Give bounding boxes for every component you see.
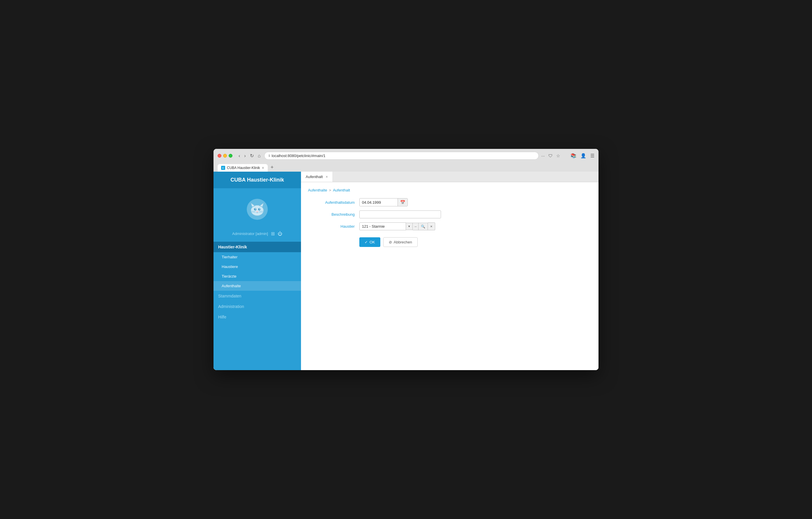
logout-icon[interactable]: ⏻ [278,231,282,237]
security-icon: ℹ [269,154,270,158]
reload-button[interactable]: ↻ [249,153,255,159]
grid-icon[interactable]: ⊞ [271,231,275,237]
browser-titlebar: ‹ › ↻ ⌂ ℹ localhost:8080/petclinic/#main… [213,149,599,172]
pet-select-wrapper: ▾ ··· 🔍 × [359,222,435,230]
svg-point-7 [259,209,260,210]
user-label: Administrator [admin] [232,231,268,236]
description-input[interactable] [359,211,441,218]
ok-button[interactable]: ✓ OK [359,237,380,247]
sidebar-item-tierhalter[interactable]: Tierhalter [213,252,301,262]
browser-toolbar-right: 📚 👤 ☰ [571,153,594,159]
sidebar-item-administration[interactable]: Administration [213,301,301,312]
nav-buttons: ‹ › ↻ ⌂ [237,153,262,159]
form-row-date: Aufenthaltsdatum 📅 [308,198,591,207]
pet-input[interactable] [359,222,406,230]
date-input-wrapper: 📅 [359,198,408,207]
svg-point-8 [256,211,258,212]
browser-body: CUBA Haustier-Klinik [213,172,599,370]
pet-more-button[interactable]: ··· [413,223,418,230]
breadcrumb-current: Aufenthalt [333,188,350,192]
sidebar: CUBA Haustier-Klinik [213,172,301,370]
date-input[interactable] [359,199,398,206]
description-label: Beschreibung [308,212,355,217]
home-button[interactable]: ⌂ [256,153,262,159]
tab-favicon: C [221,166,225,170]
calendar-button[interactable]: 📅 [398,198,407,206]
menu-icon[interactable]: ☰ [590,153,594,159]
tab-label: CUBA Haustier-Klinik [227,166,260,170]
sidebar-item-aufenthalte[interactable]: Aufenthalte [213,281,301,291]
profile-icon[interactable]: 👤 [580,153,586,159]
breadcrumb: Aufenthalte > Aufenthalt [308,188,591,192]
pet-label: Haustier [308,224,355,228]
pet-dropdown-button[interactable]: ▾ [406,223,413,230]
address-bar-right: ··· 🛡 ☆ [541,153,560,159]
logo-area [213,188,301,228]
sidebar-nav: Haustier-Klinik Tierhalter Haustiere Tie… [213,239,301,325]
sidebar-title: CUBA Haustier-Klinik [219,177,295,183]
sidebar-item-hilfe[interactable]: Hilfe [213,312,301,322]
content-tab-close-button[interactable]: × [326,174,328,179]
browser-controls: ‹ › ↻ ⌂ ℹ localhost:8080/petclinic/#main… [218,152,594,160]
app-logo [245,198,269,221]
content-tab-bar: Aufenthalt × [301,172,599,182]
url-text: localhost:8080/petclinic/#main/1 [271,154,325,158]
shield-icon[interactable]: 🛡 [548,153,553,158]
tab-close-button[interactable]: × [262,166,264,170]
back-button[interactable]: ‹ [237,153,241,159]
address-bar[interactable]: ℹ localhost:8080/petclinic/#main/1 [264,152,539,160]
minimize-window-button[interactable] [223,154,227,158]
cancel-label: Abbrechen [394,240,412,244]
form-row-description: Beschreibung [308,211,591,218]
sidebar-section-haustier-klinik[interactable]: Haustier-Klinik [213,242,301,252]
bookmark-icon[interactable]: ☆ [556,153,560,159]
sidebar-item-stammdaten[interactable]: Stammdaten [213,291,301,301]
form-area: Aufenthalte > Aufenthalt Aufenthaltsdatu… [301,182,599,370]
content-tab-aufenthalt[interactable]: Aufenthalt × [301,172,333,182]
cancel-icon: ⊘ [389,240,392,244]
sidebar-item-haustiere[interactable]: Haustiere [213,262,301,271]
pet-search-button[interactable]: 🔍 [418,223,428,230]
browser-tab-active[interactable]: C CUBA Haustier-Klinik × [218,164,268,172]
library-icon[interactable]: 📚 [571,153,576,159]
maximize-window-button[interactable] [229,154,232,158]
traffic-lights [218,154,232,158]
sidebar-header: CUBA Haustier-Klinik [213,172,301,188]
ok-label: OK [370,240,375,244]
ok-icon: ✓ [365,240,368,244]
sidebar-item-tieraerzte[interactable]: Tierärzte [213,271,301,281]
sidebar-user: Administrator [admin] ⊞ ⏻ [213,228,301,239]
more-icon[interactable]: ··· [541,153,545,158]
action-row: ✓ OK ⊘ Abbrechen [308,237,591,247]
svg-point-6 [255,209,256,210]
breadcrumb-parent[interactable]: Aufenthalte [308,188,327,192]
cancel-button[interactable]: ⊘ Abbrechen [383,237,418,247]
browser-window: ‹ › ↻ ⌂ ℹ localhost:8080/petclinic/#main… [213,149,599,370]
new-tab-button[interactable]: + [268,163,276,172]
forward-button[interactable]: › [243,153,247,159]
pet-clear-button[interactable]: × [428,222,435,230]
date-label: Aufenthaltsdatum [308,200,355,204]
content-tab-label: Aufenthalt [306,174,323,179]
main-content: Aufenthalt × Aufenthalte > Aufenthalt Au… [301,172,599,370]
close-window-button[interactable] [218,154,221,158]
form-row-pet: Haustier ▾ ··· 🔍 × [308,222,591,230]
browser-tabs: C CUBA Haustier-Klinik × + [218,163,594,172]
breadcrumb-separator: > [329,188,331,192]
